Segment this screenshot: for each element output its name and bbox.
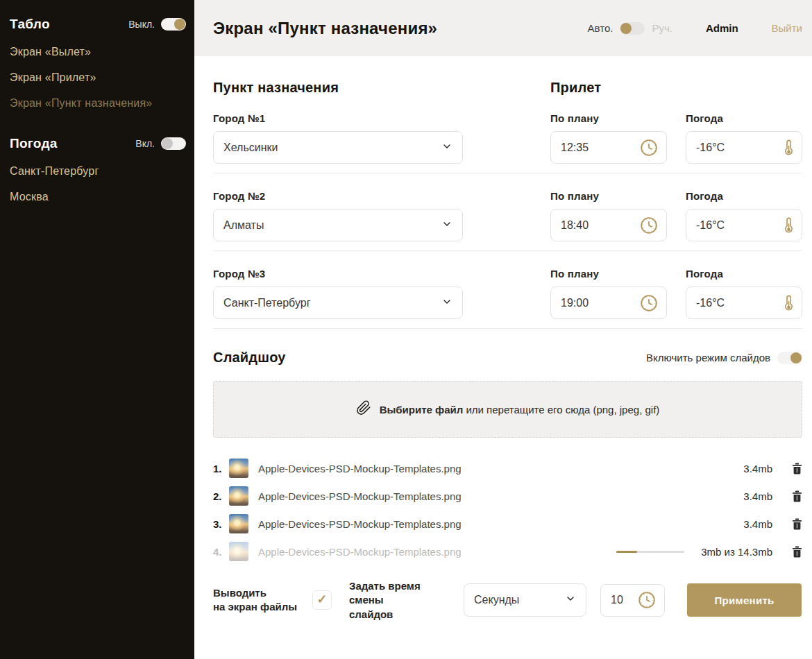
chevron-down-icon bbox=[441, 219, 452, 232]
mode-auto-label: Авто. bbox=[588, 22, 614, 34]
temp-2-input[interactable] bbox=[696, 219, 784, 232]
file-thumbnail bbox=[229, 459, 248, 478]
display-files-label-line1: Выводить bbox=[213, 586, 312, 600]
sidebar-section-weather: Погода Вкл. Санкт-Петербург Москва bbox=[10, 136, 186, 203]
plan-2-label: По плану bbox=[550, 190, 667, 202]
delete-file-button[interactable] bbox=[792, 518, 802, 530]
destination-section-title: Пункт назначения bbox=[213, 80, 550, 96]
cancel-upload-button[interactable] bbox=[792, 546, 802, 558]
time-3-field bbox=[550, 286, 667, 319]
file-thumbnail bbox=[229, 542, 248, 561]
board-toggle-label: Выкл. bbox=[128, 19, 155, 30]
clock-icon bbox=[640, 294, 658, 312]
chevron-down-icon bbox=[441, 141, 452, 155]
city-3-select[interactable]: Санкт-Петербург bbox=[213, 286, 463, 319]
time-1-field bbox=[550, 131, 667, 164]
file-name: Apple-Devices-PSD-Mockup-Templates.png bbox=[258, 546, 616, 558]
plan-1-label: По плану bbox=[550, 112, 667, 124]
weather-2-label: Погода bbox=[686, 190, 802, 202]
slide-interval-label-line1: Задать время смены bbox=[349, 579, 452, 608]
temp-3-input[interactable] bbox=[696, 297, 784, 309]
destination-row-2: Город №2 Алматы По плану Погода bbox=[213, 173, 802, 251]
city-1-select[interactable]: Хельсинки bbox=[213, 131, 463, 164]
delete-file-button[interactable] bbox=[792, 490, 802, 502]
time-2-field bbox=[550, 209, 667, 241]
arrival-section-title: Прилет bbox=[550, 80, 601, 96]
interval-value-input[interactable] bbox=[611, 594, 638, 606]
clock-icon bbox=[640, 139, 658, 157]
file-row-3: 3. Apple-Devices-PSD-Mockup-Templates.pn… bbox=[213, 510, 802, 538]
time-3-input[interactable] bbox=[561, 297, 640, 309]
board-toggle[interactable] bbox=[161, 18, 186, 31]
interval-value-field bbox=[600, 584, 665, 617]
clock-icon bbox=[640, 216, 658, 234]
city-3-value: Санкт-Петербург bbox=[223, 297, 441, 309]
file-thumbnail bbox=[229, 486, 248, 506]
sidebar: Табло Выкл. Экран «Вылет» Экран «Прилет»… bbox=[0, 0, 194, 659]
board-toggle-knob bbox=[174, 19, 185, 30]
plan-3-label: По плану bbox=[550, 268, 667, 280]
checkmark-icon: ✓ bbox=[316, 593, 327, 606]
temp-1-field bbox=[686, 131, 802, 164]
mode-toggle[interactable] bbox=[620, 22, 645, 35]
sidebar-item-moscow[interactable]: Москва bbox=[10, 191, 186, 203]
chevron-down-icon bbox=[441, 296, 452, 310]
city-1-label: Город №1 bbox=[213, 112, 550, 124]
file-list: 1. Apple-Devices-PSD-Mockup-Templates.pn… bbox=[213, 454, 802, 565]
file-size: 3.4mb bbox=[743, 518, 772, 530]
main-area: Экран «Пункт назначения» Авто. Руч. Admi… bbox=[194, 0, 812, 659]
file-dropzone[interactable]: Выбирите файл или перетащите его сюда (p… bbox=[213, 381, 802, 438]
sidebar-item-departure-screen[interactable]: Экран «Вылет» bbox=[10, 46, 186, 58]
paperclip-icon bbox=[356, 400, 371, 418]
mode-toggle-knob bbox=[620, 23, 632, 34]
destination-row-1: Город №1 Хельсинки По плану Погода bbox=[213, 96, 802, 173]
city-2-value: Алматы bbox=[223, 219, 441, 232]
delete-file-button[interactable] bbox=[792, 463, 802, 474]
logout-link[interactable]: Выйти bbox=[772, 22, 802, 34]
apply-button[interactable]: Применить bbox=[687, 583, 802, 617]
sidebar-item-destination-screen[interactable]: Экран «Пункт назначения» bbox=[10, 97, 186, 110]
sidebar-item-arrival-screen[interactable]: Экран «Прилет» bbox=[10, 71, 186, 84]
file-number: 1. bbox=[213, 463, 229, 474]
file-number: 4. bbox=[213, 546, 229, 558]
file-row-2: 2. Apple-Devices-PSD-Mockup-Templates.pn… bbox=[213, 482, 802, 510]
page-title: Экран «Пункт назначения» bbox=[213, 19, 437, 38]
file-size: 3.4mb bbox=[743, 490, 772, 502]
slideshow-toggle-knob bbox=[790, 352, 802, 363]
slideshow-section-title: Слайдшоу bbox=[213, 350, 286, 366]
upload-cta-rest: или перетащите его сюда (png, jpeg, gif) bbox=[466, 404, 659, 416]
topbar: Экран «Пункт назначения» Авто. Руч. Admi… bbox=[194, 0, 812, 56]
sidebar-weather-title: Погода bbox=[10, 136, 58, 151]
file-number: 3. bbox=[213, 518, 229, 530]
time-1-input[interactable] bbox=[561, 142, 640, 154]
sidebar-board-title: Табло bbox=[10, 17, 50, 32]
slideshow-footer: Выводить на экран файлы ✓ Задать время с… bbox=[213, 579, 802, 622]
upload-cta-bold: Выбирите файл bbox=[380, 404, 464, 416]
slideshow-toggle[interactable] bbox=[777, 352, 802, 364]
display-files-label-line2: на экран файлы bbox=[213, 600, 312, 614]
interval-unit-select[interactable]: Секунды bbox=[464, 583, 586, 617]
time-2-input[interactable] bbox=[561, 219, 640, 232]
temp-3-field bbox=[686, 286, 802, 319]
file-size: 3.4mb bbox=[743, 463, 772, 474]
file-name: Apple-Devices-PSD-Mockup-Templates.png bbox=[258, 518, 743, 530]
thermometer-icon bbox=[784, 139, 793, 157]
upload-progress-bar bbox=[616, 551, 684, 553]
thermometer-icon bbox=[784, 294, 793, 312]
interval-unit-value: Секунды bbox=[474, 594, 565, 606]
file-row-4-uploading: 4. Apple-Devices-PSD-Mockup-Templates.pn… bbox=[213, 538, 802, 565]
file-number: 2. bbox=[213, 490, 229, 502]
city-1-value: Хельсинки bbox=[223, 142, 441, 154]
clock-icon bbox=[638, 591, 656, 609]
display-files-checkbox[interactable]: ✓ bbox=[312, 590, 332, 610]
weather-toggle[interactable] bbox=[161, 137, 186, 150]
file-thumbnail bbox=[229, 514, 248, 533]
sidebar-item-spb[interactable]: Санкт-Петербург bbox=[10, 165, 186, 178]
weather-1-label: Погода bbox=[686, 112, 802, 124]
temp-1-input[interactable] bbox=[696, 142, 784, 154]
file-name: Apple-Devices-PSD-Mockup-Templates.png bbox=[258, 463, 743, 474]
chevron-down-icon bbox=[565, 593, 576, 607]
content: Пункт назначения Прилет Город №1 Хельсин… bbox=[194, 56, 812, 622]
city-2-select[interactable]: Алматы bbox=[213, 209, 463, 241]
current-user: Admin bbox=[706, 22, 738, 34]
